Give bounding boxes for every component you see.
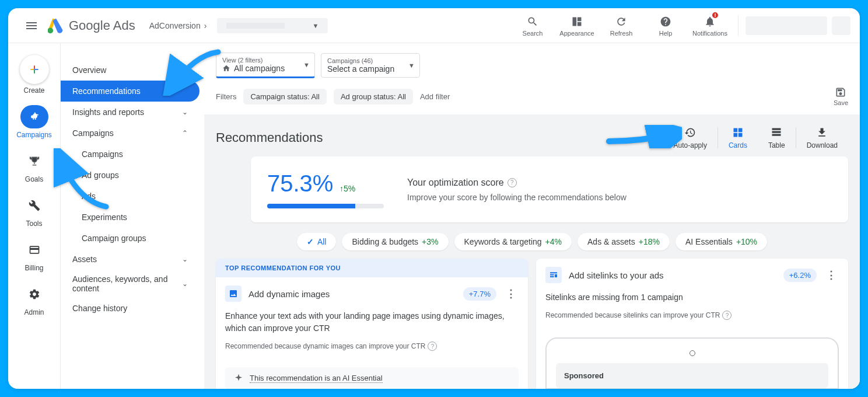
table-view-button[interactable]: Table	[758, 126, 796, 149]
rail-create-button[interactable]: Create	[8, 55, 60, 95]
rail-goals-button[interactable]: Goals	[8, 149, 60, 183]
breadcrumb[interactable]: AdConversion ›	[149, 21, 211, 30]
tools-icon	[20, 194, 48, 217]
plus-icon	[20, 55, 49, 84]
card-reason: Recommended because sitelinks can improv…	[545, 311, 839, 320]
uplift-badge: +6.2%	[783, 269, 817, 282]
brand-text: Google Ads	[69, 18, 135, 33]
filters-label: Filters	[216, 92, 236, 101]
campaign-selector[interactable]: Campaigns (46) Select a campaign ▼	[321, 53, 420, 78]
download-icon	[816, 126, 828, 139]
chip-ai[interactable]: AI Essentials +10%	[676, 233, 767, 250]
help-button[interactable]: Help	[645, 12, 687, 39]
account-info-redacted	[746, 16, 850, 35]
filter-chip-campaign-status[interactable]: Campaign status: All	[243, 89, 327, 105]
auto-apply-button[interactable]: Auto-apply	[663, 126, 718, 149]
score-title: Your optimization score	[407, 177, 504, 188]
chip-keywords[interactable]: Keywords & targeting +4%	[454, 233, 572, 250]
chevron-down-icon: ⌄	[182, 280, 188, 288]
sidenav-overview[interactable]: Overview	[61, 60, 200, 81]
sidenav-assets[interactable]: Assets⌄	[61, 249, 200, 270]
sidenav-adgroups[interactable]: Ad groups	[61, 165, 200, 186]
appearance-icon	[571, 15, 583, 29]
sidenav-recommendations[interactable]: Recommendations	[61, 81, 200, 102]
gear-icon	[20, 283, 48, 306]
rail-campaigns-button[interactable]: Campaigns	[8, 105, 60, 139]
caret-down-icon: ▼	[408, 62, 415, 69]
sidenav-change-history[interactable]: Change history	[61, 298, 200, 319]
help-icon[interactable]: ?	[508, 178, 517, 187]
card-icon	[20, 238, 48, 262]
ai-essential-banner: This recommendation is an AI Essential	[225, 367, 519, 389]
sidenav-ads[interactable]: Ads	[61, 186, 200, 207]
logo[interactable]: Google Ads	[48, 18, 135, 34]
sidenav-campaigns-sub[interactable]: Campaigns	[61, 144, 200, 165]
chevron-down-icon: ⌄	[182, 255, 188, 263]
chip-all[interactable]: All	[297, 233, 337, 250]
more-button[interactable]: ⋮	[503, 287, 519, 300]
history-icon	[684, 126, 696, 139]
camera-dot-icon	[690, 350, 695, 356]
rail-admin-button[interactable]: Admin	[8, 283, 60, 316]
view-selector[interactable]: View (2 filters) All campaigns ▼	[216, 53, 315, 78]
search-icon	[527, 15, 538, 29]
help-icon[interactable]: ?	[722, 311, 732, 320]
score-desc: Improve your score by following the reco…	[407, 193, 626, 202]
notification-alert-badge: !	[711, 11, 719, 19]
sidenav-insights[interactable]: Insights and reports⌄	[61, 102, 200, 123]
optimization-score-card: 75.3% ↑5% Your optimization score? Impro…	[251, 156, 848, 222]
more-button[interactable]: ⋮	[824, 269, 839, 281]
google-ads-logo-icon	[48, 18, 64, 34]
card-title: Add sitelinks to your ads	[569, 270, 776, 280]
save-icon	[835, 86, 846, 98]
sidenav-campaigns[interactable]: Campaigns⌃	[61, 123, 200, 144]
chevron-up-icon: ⌃	[182, 129, 188, 137]
home-icon	[222, 64, 230, 72]
rail-tools-button[interactable]: Tools	[8, 194, 60, 228]
sponsored-label: Sponsored	[556, 363, 828, 388]
hamburger-menu-button[interactable]	[18, 12, 46, 40]
megaphone-icon	[20, 105, 48, 128]
divider	[738, 15, 738, 36]
notifications-button[interactable]: ! Notifications	[689, 12, 731, 39]
trophy-icon	[20, 149, 48, 173]
sidenav-experiments[interactable]: Experiments	[61, 207, 200, 228]
breadcrumb-account: AdConversion	[149, 21, 201, 30]
chevron-right-icon: ›	[204, 21, 207, 30]
account-selector[interactable]: ▼	[217, 18, 328, 33]
top-recommendation-banner: TOP RECOMMENDATION FOR YOU	[216, 259, 528, 277]
search-button[interactable]: Search	[512, 12, 554, 39]
recommendation-card-sitelinks: Add sitelinks to your ads +6.2% ⋮ Siteli…	[536, 259, 848, 389]
appearance-button[interactable]: Appearance	[556, 12, 598, 39]
refresh-button[interactable]: Refresh	[600, 12, 642, 39]
save-button[interactable]: Save	[834, 86, 848, 106]
filter-chip-adgroup-status[interactable]: Ad group status: All	[334, 89, 413, 105]
caret-down-icon: ▼	[303, 61, 310, 68]
score-value: 75.3%	[267, 170, 333, 196]
svg-point-3	[48, 27, 53, 33]
help-icon[interactable]: ?	[428, 342, 437, 351]
chip-bidding[interactable]: Bidding & budgets +3%	[342, 233, 448, 250]
account-name-redacted	[226, 23, 285, 29]
card-description: Enhance your text ads with your landing …	[225, 310, 519, 335]
refresh-icon	[615, 15, 627, 29]
side-nav: Overview Recommendations Insights and re…	[61, 43, 204, 389]
download-button[interactable]: Download	[796, 126, 848, 149]
add-filter-button[interactable]: Add filter	[420, 92, 450, 101]
chip-ads[interactable]: Ads & assets +18%	[578, 233, 670, 250]
rail-billing-button[interactable]: Billing	[8, 238, 60, 272]
left-rail: Create Campaigns Goals Tools Billing Adm…	[8, 43, 61, 389]
sparkle-icon	[233, 373, 244, 384]
ad-preview: Sponsored	[545, 337, 839, 389]
score-delta: ↑5%	[340, 184, 355, 193]
card-reason: Recommended because dynamic images can i…	[225, 342, 519, 351]
sidenav-audiences[interactable]: Audiences, keywords, and content⌄	[61, 270, 200, 298]
card-title: Add dynamic images	[249, 289, 456, 299]
table-icon	[771, 126, 782, 139]
caret-down-icon: ▼	[312, 22, 318, 29]
card-description: Sitelinks are missing from 1 campaign	[545, 291, 839, 304]
cards-view-button[interactable]: Cards	[718, 126, 758, 149]
sitelinks-icon	[545, 267, 562, 283]
sidenav-campaign-groups[interactable]: Campaign groups	[61, 228, 200, 249]
image-icon	[225, 285, 242, 302]
